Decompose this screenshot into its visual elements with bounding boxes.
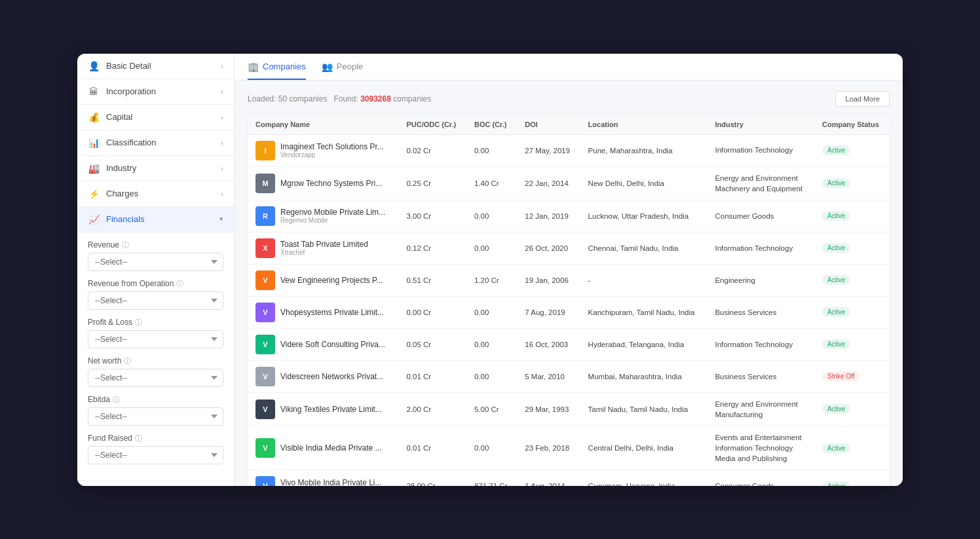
doi-cell: 27 May, 2019 [517,134,580,166]
net-worth-filter: Net worth ⓘ --Select-- < 1 Cr 1-10 Cr 10… [88,356,223,387]
company-name: Videre Soft Consulting Priva... [280,340,385,349]
puc-odc-cell: 0.00 Cr [398,296,466,328]
boc-cell: 0.00 [466,426,517,470]
company-logo: M [255,174,275,193]
puc-odc-cell: 2.00 Cr [398,392,466,426]
table-row[interactable]: R Regenvo Mobile Private Lim... Regenvo … [248,200,890,232]
company-name-cell: M Mgrow Techno Systems Pri... [248,166,398,200]
col-header-boc: BOC (Cr.) [466,115,517,135]
table-row[interactable]: V Viking Textiles Private Limit... 2.00 … [248,392,890,426]
net-worth-info-icon[interactable]: ⓘ [124,356,131,366]
net-worth-select[interactable]: --Select-- < 1 Cr 1-10 Cr 10-100 Cr > 10… [88,369,223,387]
company-name-cell: V Visible India Media Private ... [248,426,398,470]
sidebar-item-charges[interactable]: ⚡ Charges › [77,181,234,207]
company-name: Imaginext Tech Solutions Pr... [280,142,384,151]
nav-icon-classification: 📊 [88,137,100,149]
puc-odc-cell: 3.00 Cr [398,200,466,232]
industry-cell: Energy and EnvironmentManufacturing [707,392,814,426]
company-name: Vivo Mobile India Private Li... [280,478,382,486]
profit-loss-info-icon[interactable]: ⓘ [135,318,142,327]
doi-cell: 22 Jan, 2014 [517,166,580,200]
sidebar-item-industry[interactable]: 🏭 Industry › [77,156,234,181]
fund-raised-select[interactable]: --Select-- < 1 Cr 1-10 Cr 10-100 Cr > 10… [88,446,223,464]
table-row[interactable]: V Vhopesystems Private Limit... 0.00 Cr0… [248,296,890,328]
location-cell: Kanchipuram, Tamil Nadu, India [580,296,707,328]
doi-cell: 23 Feb, 2018 [517,426,580,470]
status-cell: Active [814,296,890,328]
chevron-down-icon: ▾ [219,215,223,223]
boc-cell: 0.00 [466,296,517,328]
boc-cell: 1.40 Cr [466,166,517,200]
status-cell: Active [814,232,890,264]
table-row[interactable]: V Videre Soft Consulting Priva... 0.05 C… [248,328,890,360]
status-badge: Active [822,404,850,414]
sidebar-item-label: Charges [106,189,138,198]
revenue-operation-select[interactable]: --Select-- < 1 Cr 1-10 Cr 10-100 Cr > 10… [88,291,223,310]
table-header: Company NamePUC/ODC (Cr.)BOC (Cr.)DOILoc… [248,115,890,135]
industry-cell: Information Technology [707,232,814,264]
table-row[interactable]: V Visible India Media Private ... 0.01 C… [248,426,890,470]
chevron-right-icon: › [221,62,223,70]
ebitda-info-icon[interactable]: ⓘ [113,395,120,405]
sidebar-item-incorporation[interactable]: 🏛 Incorporation › [77,79,234,105]
revenue-operation-info-icon[interactable]: ⓘ [176,279,183,289]
location-cell: Chennai, Tamil Nadu, India [580,232,707,264]
status-cell: Active [814,426,890,470]
status-cell: Active [814,134,890,166]
status-badge: Active [822,275,850,285]
table-row[interactable]: I Imaginext Tech Solutions Pr... Vendorz… [248,134,890,166]
company-name-cell: V Vew Engineering Projects P... [248,264,398,296]
chevron-right-icon: › [221,88,223,96]
col-header-doi: DOI [517,115,580,135]
status-badge: Active [822,339,850,349]
table-row[interactable]: V Vew Engineering Projects P... 0.51 Cr1… [248,264,890,296]
table-row[interactable]: X Toast Tab Private Limited Xtrachef 0.1… [248,232,890,264]
sidebar-item-basic-detail[interactable]: 👤 Basic Detail › [77,54,234,79]
ebitda-filter: Ebitda ⓘ --Select-- < 1 Cr 1-10 Cr 10-10… [88,395,223,426]
sidebar-item-label: Industry [106,163,136,173]
industry-cell: Energy and EnvironmentMachinery and Equi… [707,166,814,200]
doi-cell: 26 Oct, 2020 [517,232,580,264]
doi-cell: 7 Aug, 2019 [517,296,580,328]
company-name: Viking Textiles Private Limit... [280,405,382,414]
sidebar-item-financials[interactable]: 📈 Financials ▾ [77,207,234,232]
table-row[interactable]: M Mgrow Techno Systems Pri... 0.25 Cr1.4… [248,166,890,200]
status-badge: Active [822,307,850,317]
revenue-filter: Revenue ⓘ --Select-- < 1 Cr 1-10 Cr 10-1… [88,240,223,271]
revenue-select[interactable]: --Select-- < 1 Cr 1-10 Cr 10-100 Cr > 10… [88,253,223,271]
chevron-right-icon: › [221,139,223,147]
sidebar-item-label: Capital [106,112,132,122]
revenue-operation-filter: Revenue from Operation ⓘ --Select-- < 1 … [88,279,223,310]
doi-cell: 16 Oct, 2003 [517,328,580,360]
revenue-operation-label: Revenue from Operation ⓘ [88,279,223,289]
revenue-info-icon[interactable]: ⓘ [122,240,129,250]
sidebar-buttons: Search Clear [77,480,234,486]
boc-cell: 871.71 Cr [466,470,517,486]
data-table: Company NamePUC/ODC (Cr.)BOC (Cr.)DOILoc… [248,115,890,486]
profit-loss-select[interactable]: --Select-- Profit Loss [88,330,223,348]
sidebar-item-capital[interactable]: 💰 Capital › [77,105,234,130]
table-row[interactable]: V Videscreen Networks Privat... 0.01 Cr0… [248,360,890,392]
location-cell: Mumbai, Maharashtra, India [580,360,707,392]
fund-raised-info-icon[interactable]: ⓘ [135,434,142,443]
table-row[interactable]: V Vivo Mobile India Private Li... Vivo G… [248,470,890,486]
col-header-company_name: Company Name [248,115,398,135]
chevron-right-icon: › [221,190,223,198]
nav-icon-charges: ⚡ [88,188,100,200]
nav-icon-industry: 🏭 [88,162,100,174]
load-more-button[interactable]: Load More [835,91,890,107]
company-logo: X [255,238,275,258]
location-cell: New Delhi, Delhi, India [580,166,707,200]
sidebar-item-label: Classification [106,138,157,147]
location-cell: Central Delhi, Delhi, India [580,426,707,470]
sidebar-item-classification[interactable]: 📊 Classification › [77,130,234,156]
doi-cell: 19 Jan, 2006 [517,264,580,296]
doi-cell: 1 Aug, 2014 [517,470,580,486]
company-logo: V [255,400,275,419]
company-name-cell: I Imaginext Tech Solutions Pr... Vendorz… [248,134,398,166]
tab-people[interactable]: 👥 People [322,62,363,80]
company-name-cell: R Regenvo Mobile Private Lim... Regenvo … [248,200,398,232]
ebitda-select[interactable]: --Select-- < 1 Cr 1-10 Cr 10-100 Cr > 10… [88,407,223,426]
tab-companies[interactable]: 🏢 Companies [248,62,306,80]
puc-odc-cell: 0.12 Cr [398,232,466,264]
